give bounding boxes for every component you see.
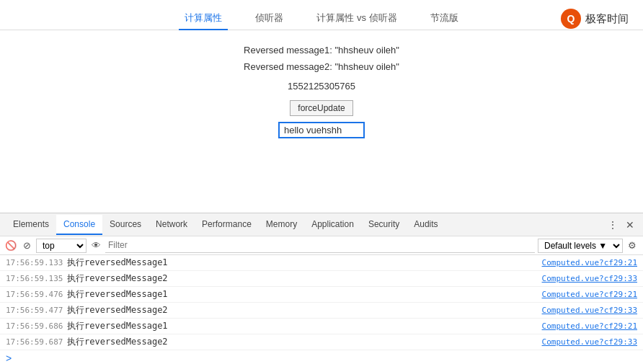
log-time-6: 17:56:59.687 (6, 337, 67, 347)
dt-tab-audits[interactable]: Audits (407, 215, 445, 235)
console-filter-icon[interactable]: ⊘ (20, 239, 33, 252)
log-time-4: 17:56:59.477 (6, 306, 67, 315)
log-time-2: 17:56:59.135 (6, 274, 67, 283)
devtools-close-icon[interactable]: ✕ (623, 218, 637, 232)
filter-input[interactable] (105, 239, 535, 253)
gear-icon[interactable]: ⚙ (626, 239, 639, 252)
logo-area: Q 极客时间 (561, 9, 629, 29)
logo-icon: Q (561, 9, 581, 29)
log-source-2[interactable]: Computed.vue?cf29:33 (542, 274, 637, 283)
dt-tab-elements[interactable]: Elements (6, 215, 56, 235)
dt-tab-console[interactable]: Console (56, 215, 102, 235)
reversed-message1: Reversed message1: "hhsheuv oileh" (244, 45, 399, 56)
logo-text: 极客时间 (585, 12, 629, 26)
eye-icon[interactable]: 👁 (89, 239, 102, 252)
reversed-message2: Reversed message2: "hhsheuv oileh" (244, 61, 399, 72)
log-message-5: 执行reversedMessage1 (67, 320, 542, 332)
dt-tab-sources[interactable]: Sources (102, 215, 148, 235)
log-source-5[interactable]: Computed.vue?cf29:21 (542, 321, 637, 331)
tab-computed[interactable]: 计算属性 (179, 7, 228, 30)
log-source-6[interactable]: Computed.vue?cf29:33 (542, 337, 637, 347)
console-prompt: > (0, 350, 643, 364)
console-clear-icon[interactable]: 🚫 (4, 239, 17, 252)
dt-tab-security[interactable]: Security (361, 215, 407, 235)
log-message-4: 执行reversedMessage2 (67, 304, 542, 316)
log-time-1: 17:56:59.133 (6, 258, 67, 267)
log-message-3: 执行reversedMessage1 (67, 288, 542, 301)
log-entry: 17:56:59.135 执行reversedMessage2 Computed… (0, 271, 643, 287)
dt-tab-performance[interactable]: Performance (195, 215, 259, 235)
log-entry: 17:56:59.133 执行reversedMessage1 Computed… (0, 255, 643, 271)
tab-watcher[interactable]: 侦听器 (249, 7, 289, 30)
levels-select[interactable]: Default levels ▼ (538, 239, 623, 253)
devtools-tab-bar: Elements Console Sources Network Perform… (0, 213, 643, 236)
top-tab-bar: 计算属性 侦听器 计算属性 vs 侦听器 节流版 (0, 0, 643, 30)
dt-tab-network[interactable]: Network (148, 215, 195, 235)
log-time-3: 17:56:59.476 (6, 290, 67, 299)
log-source-3[interactable]: Computed.vue?cf29:21 (542, 290, 637, 299)
devtools-more-icon[interactable]: ⋮ (606, 218, 620, 232)
devtools-panel: Elements Console Sources Network Perform… (0, 213, 643, 364)
tab-computed-vs-watcher[interactable]: 计算属性 vs 侦听器 (311, 7, 402, 30)
dt-tab-memory[interactable]: Memory (259, 215, 304, 235)
hello-input[interactable] (278, 122, 365, 138)
console-toolbar: 🚫 ⊘ top 👁 Default levels ▼ ⚙ (0, 236, 643, 255)
devtools-icons: ⋮ ✕ (606, 218, 637, 232)
log-message-6: 执行reversedMessage2 (67, 336, 542, 348)
log-source-1[interactable]: Computed.vue?cf29:21 (542, 258, 637, 267)
log-entry: 17:56:59.686 执行reversedMessage1 Computed… (0, 319, 643, 334)
log-entry: 17:56:59.687 执行reversedMessage2 Computed… (0, 334, 643, 350)
log-source-4[interactable]: Computed.vue?cf29:33 (542, 306, 637, 315)
log-message-1: 执行reversedMessage1 (67, 257, 542, 269)
log-time-5: 17:56:59.686 (6, 321, 67, 331)
context-select[interactable]: top (36, 239, 87, 253)
tab-throttle[interactable]: 节流版 (425, 7, 464, 30)
log-message-2: 执行reversedMessage2 (67, 272, 542, 285)
console-log: 17:56:59.133 执行reversedMessage1 Computed… (0, 255, 643, 364)
prompt-arrow: > (6, 352, 12, 364)
force-update-button[interactable]: forceUpdate (290, 100, 352, 116)
browser-content: Q 极客时间 计算属性 侦听器 计算属性 vs 侦听器 节流版 Reversed… (0, 0, 643, 213)
dt-tab-application[interactable]: Application (304, 215, 361, 235)
content-area: Reversed message1: "hhsheuv oileh" Rever… (244, 30, 399, 213)
timestamp-number: 1552125305765 (288, 81, 355, 92)
log-entry: 17:56:59.477 执行reversedMessage2 Computed… (0, 303, 643, 319)
log-entry: 17:56:59.476 执行reversedMessage1 Computed… (0, 287, 643, 303)
